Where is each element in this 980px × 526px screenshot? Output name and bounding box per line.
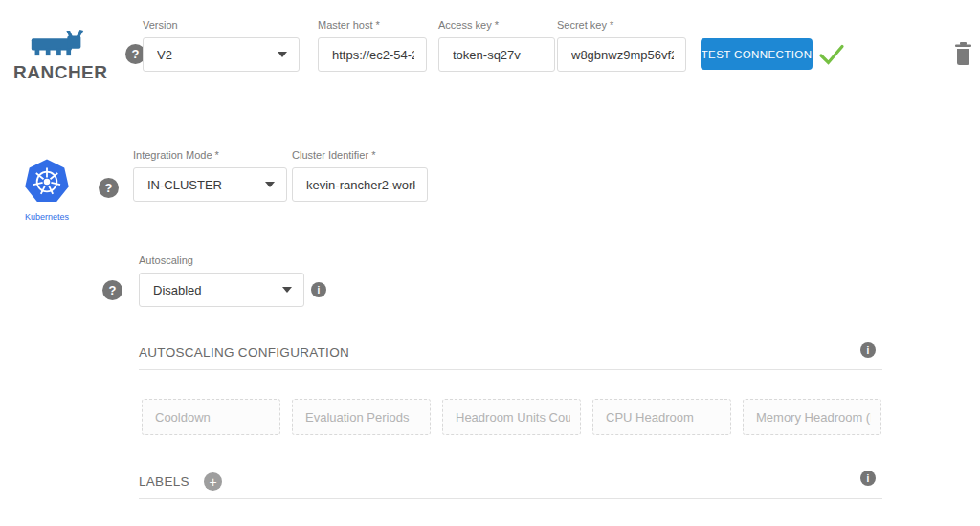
secret-key-field-group: Secret key * (557, 19, 686, 72)
version-value: V2 (157, 48, 270, 62)
integration-mode-field: Integration Mode * IN-CLUSTER (133, 149, 287, 202)
delete-button[interactable] (954, 41, 972, 69)
headroom-units-count-field (442, 399, 581, 435)
chevron-down-icon (282, 287, 292, 293)
kubernetes-logo-label: Kubernetes (19, 212, 75, 222)
trash-icon (954, 41, 972, 66)
rancher-logo: RANCHER (13, 29, 101, 83)
info-glyph: i (867, 473, 870, 484)
question-mark-glyph: ? (109, 283, 117, 297)
plus-glyph: + (209, 474, 216, 490)
test-connection-button[interactable]: TEST CONNECTION (701, 38, 813, 70)
access-key-input[interactable] (453, 48, 543, 62)
rancher-bull-icon (28, 29, 87, 57)
integration-settings-page: RANCHER ? Version V2 Master host * Acces… (0, 0, 980, 526)
secret-key-input[interactable] (571, 48, 674, 62)
master-host-label: Master host * (318, 19, 427, 33)
autoscaling-info-icon[interactable]: i (311, 282, 326, 297)
access-key-field-group: Access key * (438, 19, 555, 72)
autoscaling-configuration-title: AUTOSCALING CONFIGURATION (139, 345, 349, 360)
integration-mode-value: IN-CLUSTER (147, 178, 257, 192)
kubernetes-logo: Kubernetes (19, 157, 75, 222)
section-divider (139, 498, 882, 499)
version-field: Version V2 (143, 19, 300, 72)
connection-success-check-icon (818, 43, 845, 71)
labels-info-icon[interactable]: i (860, 471, 876, 486)
chevron-down-icon (265, 182, 275, 187)
autoscaling-label: Autoscaling (139, 254, 304, 268)
integration-mode-label: Integration Mode * (133, 149, 287, 163)
autoscaling-help-icon[interactable]: ? (102, 280, 122, 300)
evaluation-periods-field (292, 399, 431, 435)
info-glyph: i (318, 285, 321, 296)
cooldown-field (142, 399, 280, 435)
info-glyph: i (867, 345, 870, 356)
master-host-field-group: Master host * (318, 19, 427, 72)
question-mark-glyph: ? (132, 47, 140, 61)
memory-headroom-field (743, 399, 881, 435)
cluster-identifier-field-group: Cluster Identifier * (292, 149, 428, 202)
version-select[interactable]: V2 (143, 37, 300, 72)
autoscaling-config-fields-row (142, 399, 881, 435)
kubernetes-icon (21, 157, 73, 207)
integration-mode-select[interactable]: IN-CLUSTER (133, 167, 287, 202)
chevron-down-icon (278, 52, 287, 57)
section-divider (139, 369, 882, 370)
version-label: Version (143, 19, 300, 33)
secret-key-label: Secret key * (557, 19, 686, 33)
cluster-identifier-label: Cluster Identifier * (292, 149, 428, 163)
rancher-wordmark: RANCHER (13, 62, 101, 83)
cpu-headroom-field (592, 399, 731, 435)
autoscaling-field: Autoscaling Disabled (139, 254, 304, 307)
autoscaling-select[interactable]: Disabled (139, 273, 304, 307)
access-key-label: Access key * (438, 19, 555, 33)
autoscaling-configuration-info-icon[interactable]: i (860, 342, 876, 358)
question-mark-glyph: ? (105, 181, 113, 195)
autoscaling-value: Disabled (153, 283, 275, 297)
add-label-button[interactable]: + (204, 472, 222, 491)
cluster-identifier-input[interactable] (306, 178, 415, 192)
master-host-input[interactable] (332, 48, 414, 62)
kubernetes-help-icon[interactable]: ? (99, 178, 119, 198)
labels-title: LABELS (139, 474, 189, 489)
